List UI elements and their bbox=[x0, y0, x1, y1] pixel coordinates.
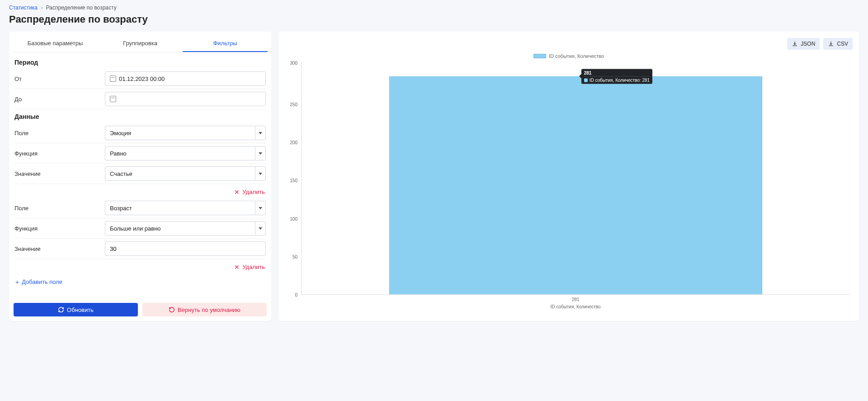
label-function: Функция bbox=[14, 150, 105, 157]
download-icon bbox=[792, 41, 798, 47]
download-csv-label: CSV bbox=[837, 41, 848, 47]
breadcrumb-separator: › bbox=[41, 5, 42, 11]
chevron-down-icon bbox=[259, 152, 262, 155]
close-icon: ✕ bbox=[234, 189, 240, 195]
filter1-delete-label: Удалить bbox=[242, 189, 265, 195]
tab-filters[interactable]: Фильтры bbox=[183, 35, 268, 52]
chart-bar[interactable] bbox=[389, 76, 762, 294]
y-tick: 200 bbox=[285, 140, 297, 145]
filter1-field-caret[interactable] bbox=[255, 126, 266, 140]
y-axis: 300 250 200 150 100 50 0 bbox=[285, 61, 299, 295]
add-field-label: Добавить поле bbox=[22, 278, 62, 285]
page-title: Распределение по возрасту bbox=[9, 14, 859, 25]
breadcrumb: Статистика › Распределение по возрасту bbox=[9, 5, 859, 11]
filter1-value-caret[interactable] bbox=[255, 166, 266, 181]
reset-button[interactable]: Вернуть по умолчанию bbox=[142, 303, 267, 316]
x-axis-label: ID события, Количество bbox=[301, 304, 850, 309]
reset-label: Вернуть по умолчанию bbox=[178, 307, 241, 313]
plus-icon: + bbox=[15, 279, 19, 285]
chart-legend: ID события, Количество bbox=[285, 52, 853, 61]
y-tick: 250 bbox=[285, 102, 297, 107]
filter2-delete-button[interactable]: ✕ Удалить bbox=[234, 264, 265, 270]
tab-grouping[interactable]: Группировка bbox=[98, 35, 183, 52]
filter1-function-caret[interactable] bbox=[255, 146, 266, 160]
refresh-label: Обновить bbox=[67, 307, 94, 313]
download-json-button[interactable]: JSON bbox=[787, 38, 820, 50]
filter2-field-caret[interactable] bbox=[255, 201, 266, 215]
label-value: Значение bbox=[14, 245, 105, 252]
tabs: Базовые параметры Группировка Фильтры bbox=[13, 35, 268, 52]
chart-area: ID события, Количество 300 250 200 150 1… bbox=[285, 52, 853, 315]
y-tick: 100 bbox=[285, 216, 297, 221]
label-value: Значение bbox=[14, 170, 105, 177]
download-json-label: JSON bbox=[801, 41, 815, 47]
breadcrumb-root[interactable]: Статистика bbox=[9, 5, 38, 11]
add-field-button[interactable]: + Добавить поле bbox=[14, 273, 63, 291]
chevron-down-icon bbox=[259, 173, 262, 175]
filter2-function-select[interactable]: Больше или равно bbox=[105, 221, 255, 236]
filter2-function-caret[interactable] bbox=[255, 221, 266, 236]
legend-label: ID события, Количество bbox=[549, 53, 604, 59]
to-date-input[interactable] bbox=[105, 92, 266, 106]
from-date-value: 01.12.2023 00:00 bbox=[119, 75, 165, 82]
chevron-down-icon bbox=[259, 132, 262, 134]
filter1-delete-button[interactable]: ✕ Удалить bbox=[234, 189, 265, 195]
section-data-title: Данные bbox=[14, 109, 266, 123]
y-tick: 0 bbox=[285, 292, 297, 297]
from-date-input[interactable]: 01.12.2023 00:00 bbox=[105, 71, 266, 86]
x-tick-label: 281 bbox=[301, 297, 850, 302]
y-tick: 300 bbox=[285, 61, 297, 66]
calendar-icon bbox=[110, 75, 116, 82]
tooltip-text: ID события, Количество: 281 bbox=[590, 77, 650, 82]
filter2-value-input[interactable] bbox=[105, 241, 266, 256]
tooltip-swatch bbox=[584, 78, 588, 82]
y-tick: 50 bbox=[285, 254, 297, 259]
legend-swatch bbox=[533, 54, 546, 58]
close-icon: ✕ bbox=[234, 264, 240, 270]
calendar-icon bbox=[110, 96, 116, 102]
tooltip-line: ID события, Количество: 281 bbox=[584, 77, 650, 82]
y-tick: 150 bbox=[285, 178, 297, 183]
tooltip-header: 281 bbox=[584, 70, 650, 76]
undo-icon bbox=[169, 307, 175, 313]
tab-basic-params[interactable]: Базовые параметры bbox=[13, 35, 98, 52]
label-field: Поле bbox=[14, 205, 105, 212]
download-csv-button[interactable]: CSV bbox=[823, 38, 853, 50]
label-field: Поле bbox=[14, 130, 105, 137]
label-function: Функция bbox=[14, 225, 105, 232]
filter1-field-select[interactable]: Эмоция bbox=[105, 126, 255, 140]
breadcrumb-current: Распределение по возрасту bbox=[46, 5, 117, 11]
section-period-title: Период bbox=[14, 55, 266, 69]
filter2-field-select[interactable]: Возраст bbox=[105, 201, 255, 215]
refresh-button[interactable]: Обновить bbox=[14, 303, 138, 316]
chart-panel: JSON CSV ID события, Количество 300 250 … bbox=[278, 32, 859, 321]
filter1-function-select[interactable]: Равно bbox=[105, 146, 255, 160]
label-from: От bbox=[14, 75, 105, 82]
chart-tooltip: 281 ID события, Количество: 281 bbox=[581, 69, 652, 84]
filter1-value-select[interactable]: Счастье bbox=[105, 166, 255, 181]
plot-body: 281 ID события, Количество: 281 bbox=[301, 61, 850, 295]
label-to: До bbox=[14, 96, 105, 103]
filters-panel: Базовые параметры Группировка Фильтры Пе… bbox=[9, 32, 271, 321]
filter2-delete-label: Удалить bbox=[242, 264, 265, 270]
chevron-down-icon bbox=[259, 227, 262, 230]
refresh-icon bbox=[58, 307, 64, 313]
chevron-down-icon bbox=[259, 207, 262, 209]
download-icon bbox=[828, 41, 834, 47]
